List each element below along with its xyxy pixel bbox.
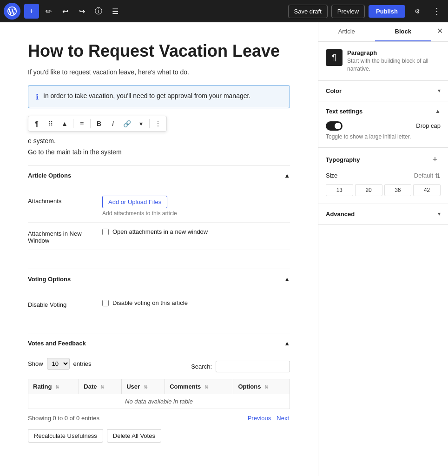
next-button[interactable]: Next (276, 414, 290, 423)
drop-cap-row: Drop cap (326, 121, 441, 131)
size-value: Default (414, 172, 433, 179)
link-button[interactable]: 🔗 (120, 117, 133, 130)
more-rich-button[interactable]: ▾ (134, 117, 147, 130)
sort-icon-user[interactable]: ⇅ (144, 384, 147, 390)
sort-icon-date[interactable]: ⇅ (100, 384, 104, 390)
arrows-button[interactable]: ▲ (58, 117, 71, 130)
size-preset-36[interactable]: 36 (384, 184, 412, 196)
votes-table: Rating ⇅ Date ⇅ User ⇅ (28, 379, 290, 409)
search-input[interactable] (216, 361, 290, 372)
info-box: ℹ In order to take vacation, you'll need… (28, 85, 290, 108)
more-options-button[interactable]: ⋮ (429, 4, 444, 19)
attachments-row: Attachments Add or Upload Files Add atta… (28, 190, 290, 223)
table-header-user: User ⇅ (122, 379, 165, 394)
delete-votes-button[interactable]: Delete All Votes (107, 429, 161, 443)
table-header-date: Date ⇅ (79, 379, 122, 394)
sort-icon-options[interactable]: ⇅ (264, 384, 268, 390)
article-options-header[interactable]: Article Options ▲ (28, 165, 290, 185)
disable-voting-checkbox-label[interactable]: Disable voting on this article (102, 299, 290, 306)
block-toolbar: ¶ ⠿ ▲ ≡ B I 🔗 ▾ ⋮ (28, 116, 167, 132)
previous-button[interactable]: Previous (247, 414, 272, 423)
typography-header[interactable]: Typography + (318, 148, 448, 172)
main-layout: How to Request Vacation Leave If you'd l… (0, 22, 448, 476)
typography-section: Typography + Size Default ⇅ 13 20 36 42 (318, 148, 448, 204)
color-section-header[interactable]: Color ▾ (318, 81, 448, 101)
drop-cap-hint: Toggle to show a large initial letter. (326, 133, 441, 140)
sort-icon-rating[interactable]: ⇅ (55, 384, 59, 390)
votes-feedback-panel: Votes and Feedback ▲ Show 10 25 50 entri… (28, 333, 290, 452)
new-window-checkbox-label[interactable]: Open attachments in a new window (102, 228, 290, 235)
table-header-comments: Comments ⇅ (165, 379, 233, 394)
block-text-partial[interactable]: e system. (28, 137, 290, 145)
sidebar-close-button[interactable]: ✕ (431, 22, 448, 39)
text-settings-body: Drop cap Toggle to show a large initial … (318, 121, 448, 147)
tools-button[interactable]: ✏ (41, 4, 56, 19)
attachments-new-window-row: Attachments in New Window Open attachmen… (28, 223, 290, 250)
toolbar-separator-2 (90, 119, 91, 128)
new-window-checkbox-text: Open attachments in a new window (112, 228, 208, 235)
typography-body: Size Default ⇅ 13 20 36 42 (318, 172, 448, 204)
disable-voting-checkbox[interactable] (102, 300, 109, 306)
italic-button[interactable]: I (106, 117, 119, 130)
disable-voting-label: Disable Voting (28, 299, 93, 308)
tab-block[interactable]: Block (375, 22, 432, 41)
align-button[interactable]: ≡ (75, 117, 88, 130)
table-controls: Show 10 25 50 entries Search: (28, 358, 290, 375)
paragraph-type-button[interactable]: ¶ (30, 117, 43, 130)
advanced-header[interactable]: Advanced ▾ (318, 204, 448, 224)
drop-cap-toggle[interactable] (326, 121, 343, 131)
article-options-chevron: ▲ (284, 172, 290, 179)
advanced-title: Advanced (326, 211, 355, 218)
size-controls: Default ⇅ (414, 172, 441, 179)
sidebar: Article Block ✕ ¶ Paragraph Start with t… (318, 22, 448, 476)
size-preset-20[interactable]: 20 (355, 184, 382, 196)
entries-select[interactable]: 10 25 50 (47, 358, 70, 370)
sidebar-tabs: Article Block ✕ (318, 22, 448, 42)
info-button[interactable]: ⓘ (91, 4, 106, 19)
text-settings-title: Text settings (326, 108, 362, 115)
recalculate-button[interactable]: Recalculate Usefulness (28, 429, 103, 443)
size-presets: 13 20 36 42 (326, 184, 441, 196)
size-control-button[interactable]: ⇅ (435, 172, 441, 179)
text-settings-chevron-icon: ▲ (435, 108, 441, 114)
votes-feedback-chevron: ▲ (284, 340, 290, 347)
size-label: Size (326, 172, 337, 179)
preview-button[interactable]: Preview (331, 5, 365, 18)
redo-button[interactable]: ↪ (74, 4, 89, 19)
move-block-button[interactable]: ⠿ (44, 117, 57, 130)
article-options-title: Article Options (28, 172, 71, 179)
voting-options-body: Disable Voting Disable voting on this ar… (28, 289, 290, 324)
upload-files-button[interactable]: Add or Upload Files (102, 196, 167, 208)
sort-icon-comments[interactable]: ⇅ (204, 384, 208, 390)
bold-button[interactable]: B (92, 117, 105, 130)
list-view-button[interactable]: ☰ (108, 4, 123, 19)
article-title[interactable]: How to Request Vacation Leave (28, 41, 290, 61)
drop-cap-label: Drop cap (416, 122, 441, 129)
article-subtitle: If you'd like to request vacation leave,… (28, 68, 290, 76)
voting-options-title: Voting Options (28, 276, 71, 283)
size-preset-13[interactable]: 13 (326, 184, 353, 196)
block-more-button[interactable]: ⋮ (152, 117, 165, 130)
new-window-checkbox[interactable] (102, 229, 109, 235)
add-block-button[interactable]: + (24, 4, 39, 19)
editor-area: How to Request Vacation Leave If you'd l… (0, 22, 318, 476)
cursor-text[interactable]: Go to the main tab in the system (28, 148, 290, 156)
publish-button[interactable]: Publish (369, 5, 405, 18)
info-box-text[interactable]: In order to take vacation, you'll need t… (43, 92, 250, 99)
typography-add-button[interactable]: + (429, 154, 441, 165)
no-data-cell: No data available in table (28, 394, 290, 409)
voting-options-header[interactable]: Voting Options ▲ (28, 269, 290, 289)
attachments-new-window-label: Attachments in New Window (28, 228, 93, 244)
size-preset-42[interactable]: 42 (413, 184, 441, 196)
text-settings-header[interactable]: Text settings ▲ (318, 101, 448, 121)
voting-options-chevron: ▲ (284, 276, 290, 283)
paragraph-icon: ¶ (332, 53, 336, 63)
tab-article[interactable]: Article (318, 22, 375, 41)
votes-feedback-body: Show 10 25 50 entries Search: (28, 353, 290, 452)
save-draft-button[interactable]: Save draft (288, 5, 328, 18)
top-toolbar: + ✏ ↩ ↪ ⓘ ☰ Save draft Preview Publish ⚙… (0, 0, 448, 22)
undo-button[interactable]: ↩ (58, 4, 72, 19)
disable-voting-row: Disable Voting Disable voting on this ar… (28, 294, 290, 314)
votes-feedback-header[interactable]: Votes and Feedback ▲ (28, 333, 290, 353)
settings-button[interactable]: ⚙ (409, 3, 426, 20)
